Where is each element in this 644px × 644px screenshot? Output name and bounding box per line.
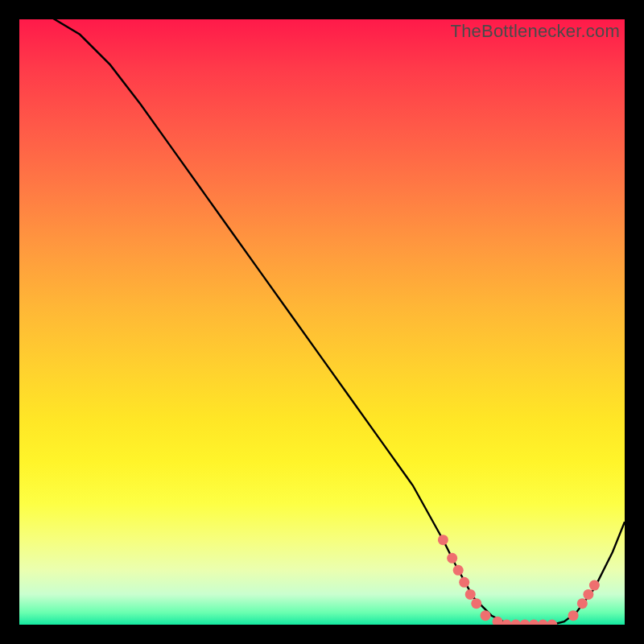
data-marker [502, 620, 512, 625]
data-marker [547, 620, 557, 625]
curve-line [19, 19, 625, 625]
data-marker [568, 610, 579, 621]
data-marker [459, 577, 469, 588]
data-marker [465, 589, 476, 600]
data-marker [589, 580, 600, 591]
data-marker [538, 620, 548, 625]
data-marker [471, 598, 481, 609]
data-marker [438, 535, 448, 545]
data-marker [453, 565, 464, 576]
data-marker [510, 620, 521, 625]
chart-container: TheBottlenecker.com [0, 0, 644, 644]
watermark-text: TheBottlenecker.com [451, 21, 620, 42]
data-marker [481, 610, 491, 621]
data-marker [583, 589, 593, 600]
data-marker [577, 598, 588, 609]
data-marker [519, 620, 530, 625]
plot-area: TheBottlenecker.com [19, 19, 625, 625]
data-markers [438, 535, 600, 625]
data-marker [447, 553, 457, 564]
data-marker [529, 620, 539, 625]
chart-svg [19, 19, 625, 625]
